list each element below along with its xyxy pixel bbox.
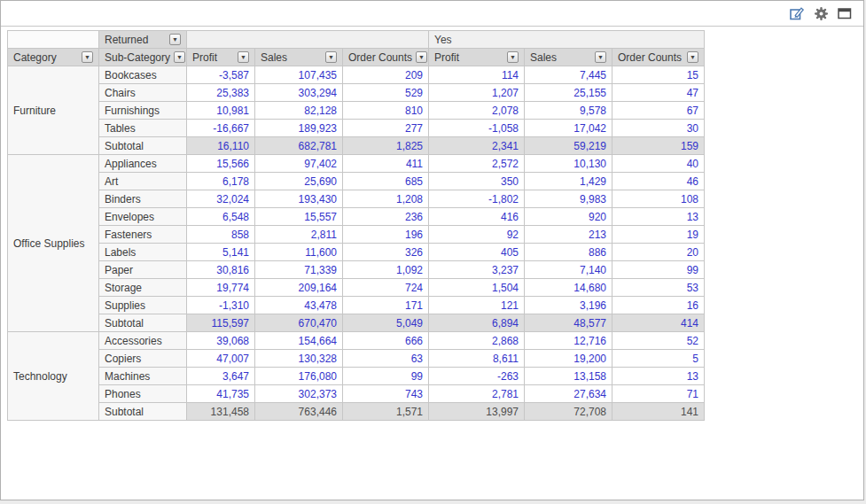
value-cell[interactable]: 6,178: [187, 173, 255, 190]
returned-filter-dropdown-button[interactable]: ▼: [169, 34, 181, 45]
value-cell[interactable]: 8,611: [429, 350, 525, 368]
value-cell[interactable]: 20: [612, 244, 705, 261]
value-cell[interactable]: 32,024: [187, 190, 255, 208]
value-cell[interactable]: 3,647: [187, 368, 255, 385]
value-cell[interactable]: 3,237: [429, 261, 525, 279]
value-cell[interactable]: 13,158: [525, 368, 612, 385]
value-cell[interactable]: 189,923: [255, 120, 343, 137]
value-cell[interactable]: 209,164: [255, 279, 343, 297]
value-cell[interactable]: 30: [612, 120, 705, 137]
value-cell[interactable]: 529: [343, 84, 429, 102]
subtotal-value-cell[interactable]: 1,825: [343, 137, 429, 155]
value-cell[interactable]: 19,200: [525, 350, 612, 368]
subtotal-value-cell[interactable]: 682,781: [255, 137, 343, 155]
value-cell[interactable]: 11,600: [255, 244, 343, 261]
value-cell[interactable]: 10,130: [525, 155, 612, 173]
value-cell[interactable]: 71: [612, 385, 705, 403]
subtotal-value-cell[interactable]: 670,470: [255, 314, 343, 332]
value-cell[interactable]: 15,557: [255, 208, 343, 226]
value-cell[interactable]: 2,781: [429, 385, 525, 403]
value-cell[interactable]: 350: [429, 173, 525, 190]
value-cell[interactable]: 171: [343, 297, 429, 314]
value-cell[interactable]: 2,078: [429, 102, 525, 120]
value-cell[interactable]: 196: [343, 226, 429, 244]
value-cell[interactable]: 114: [429, 66, 525, 84]
value-cell[interactable]: 40: [612, 155, 705, 173]
profit-filter-dropdown-button-1[interactable]: ▼: [238, 51, 249, 63]
value-cell[interactable]: 416: [429, 208, 525, 226]
value-cell[interactable]: 63: [343, 350, 429, 368]
value-cell[interactable]: 46: [612, 173, 705, 190]
value-cell[interactable]: -1,058: [429, 120, 525, 137]
profit-filter-dropdown-button-2[interactable]: ▼: [507, 51, 519, 63]
value-cell[interactable]: -263: [429, 368, 525, 385]
category-filter-dropdown-button[interactable]: ▼: [82, 51, 93, 63]
value-cell[interactable]: -1,310: [187, 297, 255, 314]
value-cell[interactable]: 858: [187, 226, 255, 244]
window-icon[interactable]: [836, 4, 854, 22]
value-cell[interactable]: 9,578: [525, 102, 612, 120]
value-cell[interactable]: 107,435: [255, 66, 343, 84]
value-cell[interactable]: 5: [612, 350, 705, 368]
value-cell[interactable]: 7,445: [525, 66, 612, 84]
value-cell[interactable]: 25,155: [525, 84, 612, 102]
subtotal-value-cell[interactable]: 6,894: [429, 314, 525, 332]
value-cell[interactable]: 121: [429, 297, 525, 314]
value-cell[interactable]: 810: [343, 102, 429, 120]
value-cell[interactable]: 303,294: [255, 84, 343, 102]
value-cell[interactable]: 920: [525, 208, 612, 226]
value-cell[interactable]: 97,402: [255, 155, 343, 173]
value-cell[interactable]: 13: [612, 368, 705, 385]
value-cell[interactable]: -16,667: [187, 120, 255, 137]
value-cell[interactable]: 277: [343, 120, 429, 137]
value-cell[interactable]: 39,068: [187, 332, 255, 350]
value-cell[interactable]: 130,328: [255, 350, 343, 368]
edit-icon[interactable]: [788, 4, 806, 22]
subtotal-value-cell[interactable]: 115,597: [187, 314, 255, 332]
value-cell[interactable]: 2,868: [429, 332, 525, 350]
subtotal-value-cell[interactable]: 5,049: [343, 314, 429, 332]
value-cell[interactable]: 1,092: [343, 261, 429, 279]
subtotal-value-cell[interactable]: 2,341: [429, 137, 525, 155]
value-cell[interactable]: 67: [612, 102, 705, 120]
value-cell[interactable]: 236: [343, 208, 429, 226]
subtotal-value-cell[interactable]: 414: [612, 314, 705, 332]
value-cell[interactable]: 405: [429, 244, 525, 261]
subtotal-value-cell[interactable]: 16,110: [187, 137, 255, 155]
value-cell[interactable]: 2,811: [255, 226, 343, 244]
value-cell[interactable]: 9,983: [525, 190, 612, 208]
subcategory-filter-dropdown-button[interactable]: ▼: [174, 51, 185, 63]
value-cell[interactable]: 17,042: [525, 120, 612, 137]
value-cell[interactable]: 14,680: [525, 279, 612, 297]
sales-filter-dropdown-button-1[interactable]: ▼: [325, 51, 337, 63]
value-cell[interactable]: 724: [343, 279, 429, 297]
value-cell[interactable]: -3,587: [187, 66, 255, 84]
value-cell[interactable]: 25,690: [255, 173, 343, 190]
value-cell[interactable]: 743: [343, 385, 429, 403]
value-cell[interactable]: 666: [343, 332, 429, 350]
value-cell[interactable]: 1,208: [343, 190, 429, 208]
value-cell[interactable]: 6,548: [187, 208, 255, 226]
value-cell[interactable]: 47: [612, 84, 705, 102]
subtotal-value-cell[interactable]: 48,577: [525, 314, 612, 332]
ordercounts-filter-dropdown-button-1[interactable]: ▼: [416, 51, 427, 63]
value-cell[interactable]: 326: [343, 244, 429, 261]
value-cell[interactable]: 15,566: [187, 155, 255, 173]
value-cell[interactable]: 108: [612, 190, 705, 208]
value-cell[interactable]: -1,802: [429, 190, 525, 208]
value-cell[interactable]: 7,140: [525, 261, 612, 279]
gear-icon[interactable]: [812, 4, 830, 22]
value-cell[interactable]: 53: [612, 279, 705, 297]
value-cell[interactable]: 411: [343, 155, 429, 173]
value-cell[interactable]: 886: [525, 244, 612, 261]
value-cell[interactable]: 30,816: [187, 261, 255, 279]
value-cell[interactable]: 5,141: [187, 244, 255, 261]
value-cell[interactable]: 27,634: [525, 385, 612, 403]
value-cell[interactable]: 3,196: [525, 297, 612, 314]
value-cell[interactable]: 13: [612, 208, 705, 226]
value-cell[interactable]: 15: [612, 66, 705, 84]
sales-filter-dropdown-button-2[interactable]: ▼: [595, 51, 606, 63]
value-cell[interactable]: 16: [612, 297, 705, 314]
value-cell[interactable]: 176,080: [255, 368, 343, 385]
value-cell[interactable]: 213: [525, 226, 612, 244]
